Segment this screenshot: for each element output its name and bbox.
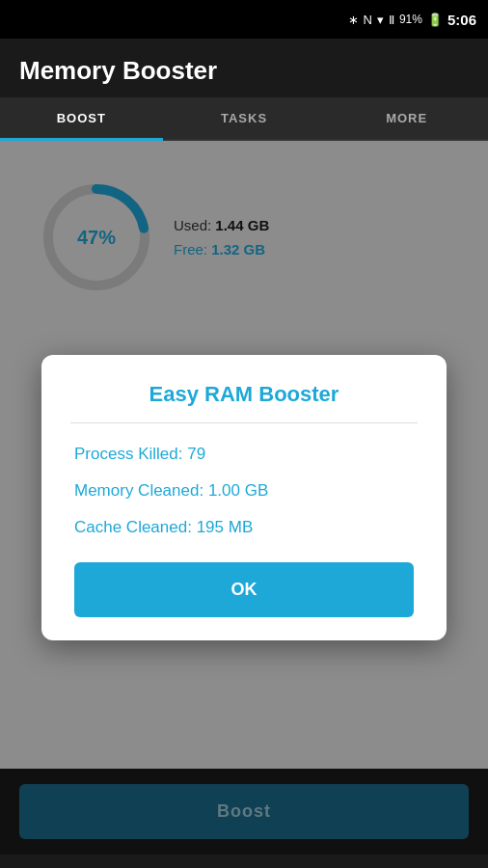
main-content: 47% Used: 1.44 GB Free: 1.32 GB Easy RAM… [0, 141, 488, 854]
signal-icon: Ⅱ [389, 13, 394, 27]
dialog-ok-button[interactable]: OK [74, 562, 414, 617]
bluetooth-icon: ∗ [348, 13, 359, 27]
process-killed-stat: Process Killed: 79 [74, 443, 414, 466]
status-icons: ∗ N ▾ Ⅱ 91% 🔋 5:06 [348, 12, 476, 28]
tab-boost[interactable]: BOOST [0, 97, 163, 139]
tabs-bar: BOOST TASKS MORE [0, 97, 488, 141]
status-bar: ∗ N ▾ Ⅱ 91% 🔋 5:06 [0, 0, 488, 39]
cache-cleaned-stat: Cache Cleaned: 195 MB [74, 516, 414, 539]
network-n-icon: N [364, 13, 372, 27]
dialog-overlay: Easy RAM Booster Process Killed: 79 Memo… [0, 141, 488, 854]
easy-ram-booster-dialog: Easy RAM Booster Process Killed: 79 Memo… [41, 355, 447, 639]
status-time: 5:06 [447, 12, 476, 28]
wifi-icon: ▾ [377, 13, 384, 27]
battery-icon: 🔋 [427, 13, 443, 27]
tab-tasks[interactable]: TASKS [163, 97, 326, 139]
header: Memory Booster [0, 39, 488, 97]
dialog-body: Process Killed: 79 Memory Cleaned: 1.00 … [70, 443, 418, 616]
page-title: Memory Booster [19, 56, 469, 86]
battery-level: 91% [399, 13, 422, 26]
dialog-title: Easy RAM Booster [70, 382, 418, 407]
memory-cleaned-stat: Memory Cleaned: 1.00 GB [74, 479, 414, 502]
tab-more[interactable]: MORE [325, 97, 488, 139]
dialog-divider [70, 422, 418, 423]
